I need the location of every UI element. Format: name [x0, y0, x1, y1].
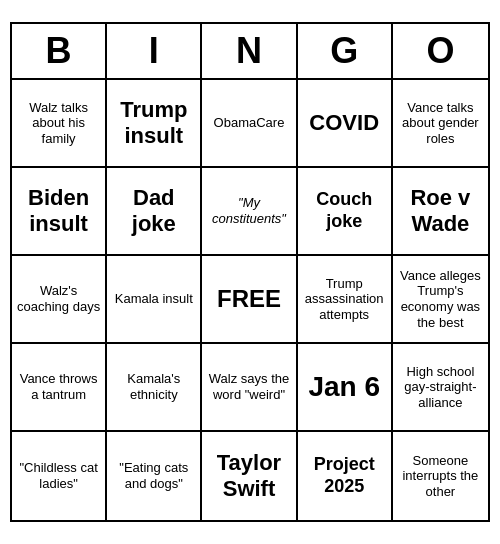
cell-5-3: Taylor Swift [202, 432, 297, 520]
cell-4-2: Kamala's ethnicity [107, 344, 202, 432]
cell-2-3: "My constituents" [202, 168, 297, 256]
cell-1-1: Walz talks about his family [12, 80, 107, 168]
cell-5-2: "Eating cats and dogs" [107, 432, 202, 520]
cell-2-2: Dad joke [107, 168, 202, 256]
cell-5-1: "Childless cat ladies" [12, 432, 107, 520]
bingo-card: B I N G O Walz talks about his family Tr… [10, 22, 490, 522]
cell-4-5: High school gay-straight-alliance [393, 344, 488, 432]
letter-o: O [393, 24, 488, 78]
bingo-header: B I N G O [12, 24, 488, 80]
cell-3-5: Vance alleges Trump's economy was the be… [393, 256, 488, 344]
cell-3-2: Kamala insult [107, 256, 202, 344]
bingo-grid: Walz talks about his family Trump insult… [12, 80, 488, 520]
cell-2-4: Couch joke [298, 168, 393, 256]
letter-i: I [107, 24, 202, 78]
cell-5-4: Project 2025 [298, 432, 393, 520]
letter-b: B [12, 24, 107, 78]
cell-4-3: Walz says the word "weird" [202, 344, 297, 432]
cell-1-2: Trump insult [107, 80, 202, 168]
cell-3-4: Trump assassination attempts [298, 256, 393, 344]
cell-3-1: Walz's coaching days [12, 256, 107, 344]
cell-4-1: Vance throws a tantrum [12, 344, 107, 432]
cell-1-4: COVID [298, 80, 393, 168]
cell-2-1: Biden insult [12, 168, 107, 256]
cell-2-5: Roe v Wade [393, 168, 488, 256]
letter-g: G [298, 24, 393, 78]
cell-5-5: Someone interrupts the other [393, 432, 488, 520]
letter-n: N [202, 24, 297, 78]
cell-3-3: FREE [202, 256, 297, 344]
cell-1-5: Vance talks about gender roles [393, 80, 488, 168]
cell-1-3: ObamaCare [202, 80, 297, 168]
cell-4-4: Jan 6 [298, 344, 393, 432]
